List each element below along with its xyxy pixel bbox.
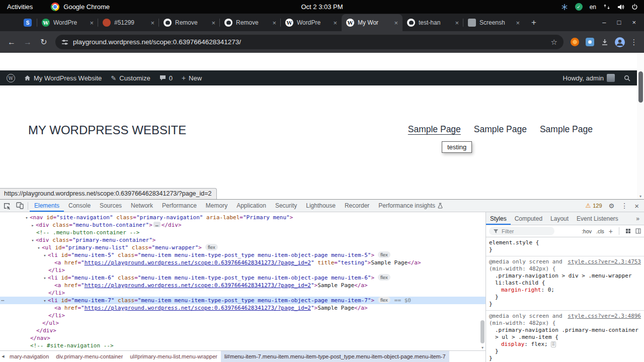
- styles-filter-input[interactable]: Filter: [489, 227, 554, 235]
- pseudo-state-button[interactable]: :hov: [582, 228, 592, 234]
- devtools-tab-lighthouse[interactable]: Lighthouse: [301, 200, 340, 212]
- browser-tab[interactable]: Remove×: [159, 14, 220, 31]
- devtools-tab-security[interactable]: Security: [271, 200, 301, 212]
- scroll-down-icon[interactable]: ▾: [479, 345, 486, 350]
- dom-tree-row[interactable]: <a href="https://playground.wordpress.ne…: [0, 304, 486, 312]
- collapse-arrow-icon[interactable]: ▾: [30, 237, 36, 244]
- downloads-icon[interactable]: [598, 38, 612, 46]
- activities-button[interactable]: Activities: [0, 0, 40, 14]
- issues-warning[interactable]: ⚠ 129: [585, 202, 602, 209]
- devtools-menu-icon[interactable]: ⋮: [621, 202, 628, 210]
- dom-tree-row[interactable]: </nav>: [0, 334, 486, 342]
- browser-menu-icon[interactable]: ⋮: [628, 38, 640, 47]
- minimize-button[interactable]: –: [602, 19, 606, 26]
- scroll-down-icon[interactable]: ▾: [637, 194, 644, 199]
- back-button[interactable]: ←: [4, 35, 19, 50]
- dom-tree-row[interactable]: </li>: [0, 266, 486, 274]
- tab-close-icon[interactable]: ×: [455, 20, 459, 26]
- network-transfer-icon[interactable]: [603, 4, 610, 10]
- browser-tab[interactable]: S: [18, 14, 37, 31]
- sidebar-tab-styles[interactable]: Styles: [486, 212, 511, 225]
- page-menu-item[interactable]: Sample Page: [408, 124, 461, 135]
- devtools-tab-elements[interactable]: Elements: [30, 200, 64, 212]
- dom-tree-row[interactable]: <a href="https://playground.wordpress.ne…: [0, 259, 486, 266]
- tab-close-icon[interactable]: ×: [272, 20, 276, 26]
- site-settings-icon[interactable]: [61, 39, 68, 46]
- page-scrollbar[interactable]: ▾: [637, 53, 644, 199]
- dom-tree-row[interactable]: ▾<div class="primary-menu-container">: [0, 236, 486, 244]
- flex-editor-icon[interactable]: ⠿: [551, 341, 556, 347]
- crumb-scroll-left-icon[interactable]: ◀: [0, 354, 6, 358]
- devtools-tab-performance-insights[interactable]: Performance insights: [374, 200, 447, 212]
- flex-badge[interactable]: flex: [378, 274, 390, 281]
- browser-tab[interactable]: #51299×: [98, 14, 159, 31]
- tab-close-icon[interactable]: ×: [150, 20, 154, 26]
- devtools-close-icon[interactable]: ×: [634, 202, 639, 210]
- breadcrumb-item[interactable]: div.primary-menu-container: [52, 351, 126, 362]
- keyboard-layout-indicator[interactable]: en: [590, 4, 596, 11]
- expand-arrow-icon[interactable]: ▸: [30, 222, 36, 229]
- wp-logo-menu[interactable]: W: [2, 70, 20, 85]
- grid-overlays-icon[interactable]: [625, 228, 631, 234]
- browser-tab[interactable]: WWordPre×: [281, 14, 342, 31]
- settings-gear-icon[interactable]: ⚙: [609, 202, 615, 210]
- address-bar[interactable]: playground.wordpress.net/scope:0.6397664…: [55, 35, 564, 49]
- dom-tree-row[interactable]: ▾<ul id="primary-menu-list" class="menu-…: [0, 244, 486, 251]
- collapse-arrow-icon[interactable]: ▾: [42, 297, 48, 305]
- devtools-tab-memory[interactable]: Memory: [201, 200, 232, 212]
- collapse-arrow-icon[interactable]: ▾: [36, 244, 42, 252]
- breadcrumb-item[interactable]: ul#primary-menu-list.menu-wrapper: [126, 351, 221, 362]
- collapse-arrow-icon[interactable]: ▾: [24, 214, 30, 222]
- page-menu-item[interactable]: Sample Page: [474, 124, 527, 135]
- new-tab-button[interactable]: +: [526, 15, 541, 30]
- browser-tab[interactable]: WWordPre×: [37, 14, 98, 31]
- extension-icon[interactable]: [568, 38, 582, 46]
- overflow-dots-icon[interactable]: …: [153, 222, 160, 227]
- elements-scrollbar[interactable]: ▾: [479, 212, 486, 350]
- extension-icon[interactable]: [583, 38, 597, 46]
- collapse-arrow-icon[interactable]: ▾: [42, 252, 48, 259]
- forward-button[interactable]: →: [20, 35, 35, 50]
- close-window-button[interactable]: ×: [632, 19, 636, 26]
- row-menu-icon[interactable]: ⋯: [1, 297, 4, 304]
- css-property[interactable]: display: flex;⠿: [489, 341, 641, 348]
- breadcrumb-item[interactable]: mary-navigation: [6, 351, 52, 362]
- volume-icon[interactable]: [617, 4, 624, 10]
- devtools-tab-application[interactable]: Application: [232, 200, 271, 212]
- browser-tab[interactable]: Remove×: [220, 14, 281, 31]
- tab-close-icon[interactable]: ×: [211, 20, 215, 26]
- collapse-arrow-icon[interactable]: ▾: [42, 275, 48, 282]
- browser-tab[interactable]: WMy Wor×: [342, 14, 403, 31]
- flex-badge[interactable]: flex: [205, 244, 218, 250]
- flex-badge[interactable]: flex: [378, 251, 390, 258]
- site-name-menu[interactable]: My WordPress Website: [20, 70, 106, 85]
- devtools-tab-console[interactable]: Console: [64, 200, 95, 212]
- rule-selector[interactable]: element.style {: [489, 239, 641, 246]
- sidebar-tab-event-listeners[interactable]: Event Listeners: [573, 212, 622, 225]
- sidebar-tab-computed[interactable]: Computed: [511, 212, 546, 225]
- site-title[interactable]: MY WORDPRESS WEBSITE: [28, 123, 186, 137]
- dom-tree-row[interactable]: </div>: [0, 327, 486, 334]
- tab-close-icon[interactable]: ×: [394, 20, 398, 26]
- dom-tree-row[interactable]: ⋯▾<li id="menu-item-7" class="menu-item …: [0, 297, 486, 304]
- css-property[interactable]: margin-right: 0;: [489, 287, 641, 294]
- tab-close-icon[interactable]: ×: [90, 20, 94, 26]
- updates-ready-icon[interactable]: ✓: [575, 3, 583, 11]
- devtools-tab-sources[interactable]: Sources: [95, 200, 126, 212]
- devtools-tab-recorder[interactable]: Recorder: [340, 200, 374, 212]
- breadcrumb-item[interactable]: li#menu-item-7.menu-item.menu-item-type-…: [221, 351, 449, 362]
- rule-selector[interactable]: .primary-navigation .primary-menu-contai…: [489, 327, 641, 341]
- my-account-menu[interactable]: Howdy, admin: [558, 74, 619, 82]
- reload-button[interactable]: ↻: [36, 35, 51, 50]
- tab-close-icon[interactable]: ×: [516, 20, 520, 26]
- browser-tab[interactable]: Screensh×: [463, 14, 524, 31]
- admin-search[interactable]: [619, 75, 635, 81]
- page-menu-item[interactable]: Sample Page: [540, 124, 593, 135]
- new-content-menu[interactable]: + New: [177, 70, 206, 85]
- device-toolbar-icon[interactable]: [13, 200, 26, 212]
- new-style-rule-button[interactable]: +: [609, 227, 613, 235]
- devtools-tab-network[interactable]: Network: [126, 200, 157, 212]
- bookmark-star-icon[interactable]: ☆: [551, 38, 557, 47]
- element-classes-button[interactable]: .cls: [596, 228, 604, 234]
- dom-tree-row[interactable]: <a href="https://playground.wordpress.ne…: [0, 282, 486, 289]
